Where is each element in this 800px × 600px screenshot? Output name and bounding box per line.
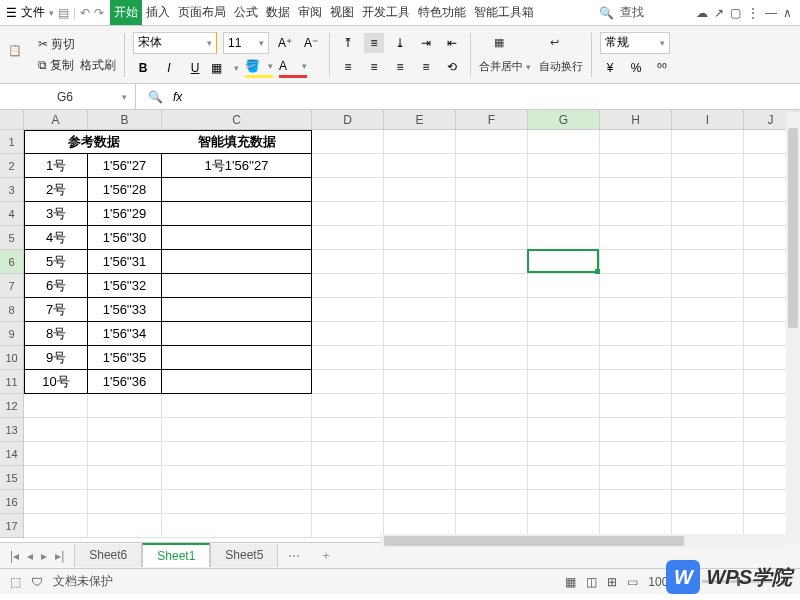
row-header-6[interactable]: 6 bbox=[0, 250, 24, 274]
border-button[interactable]: ▦▾ bbox=[211, 58, 239, 78]
cell-D16[interactable] bbox=[312, 490, 384, 514]
tab-公式[interactable]: 公式 bbox=[230, 0, 262, 25]
cell-G1[interactable] bbox=[528, 130, 600, 154]
cell-G9[interactable] bbox=[528, 322, 600, 346]
cell-G13[interactable] bbox=[528, 418, 600, 442]
cell-I13[interactable] bbox=[672, 418, 744, 442]
row-header-5[interactable]: 5 bbox=[0, 226, 24, 250]
add-sheet-button[interactable]: ＋ bbox=[310, 547, 342, 564]
cell-B7[interactable]: 1'56''32 bbox=[88, 274, 162, 298]
increase-indent-icon[interactable]: ⇥ bbox=[416, 33, 436, 53]
cell-A9[interactable]: 8号 bbox=[24, 322, 88, 346]
cell-D2[interactable] bbox=[312, 154, 384, 178]
cell-F2[interactable] bbox=[456, 154, 528, 178]
number-format-select[interactable]: 常规▾ bbox=[600, 32, 670, 54]
cell-H6[interactable] bbox=[600, 250, 672, 274]
cell-G12[interactable] bbox=[528, 394, 600, 418]
cell-H2[interactable] bbox=[600, 154, 672, 178]
cell-F4[interactable] bbox=[456, 202, 528, 226]
cell-E14[interactable] bbox=[384, 442, 456, 466]
zoom-slider[interactable] bbox=[702, 580, 772, 583]
cell-E16[interactable] bbox=[384, 490, 456, 514]
cell-G11[interactable] bbox=[528, 370, 600, 394]
cell-B12[interactable] bbox=[88, 394, 162, 418]
view2-icon[interactable]: ◫ bbox=[586, 575, 597, 589]
tab-页面布局[interactable]: 页面布局 bbox=[174, 0, 230, 25]
cell-E2[interactable] bbox=[384, 154, 456, 178]
cell-I1[interactable] bbox=[672, 130, 744, 154]
cell-C14[interactable] bbox=[162, 442, 312, 466]
decrease-font-icon[interactable]: A⁻ bbox=[301, 33, 321, 53]
col-header-D[interactable]: D bbox=[312, 110, 384, 129]
cell-C7[interactable] bbox=[162, 274, 312, 298]
cell-G14[interactable] bbox=[528, 442, 600, 466]
row-header-12[interactable]: 12 bbox=[0, 394, 24, 418]
cell-F3[interactable] bbox=[456, 178, 528, 202]
cell-A14[interactable] bbox=[24, 442, 88, 466]
horizontal-scrollbar[interactable] bbox=[380, 534, 786, 548]
cell-A17[interactable] bbox=[24, 514, 88, 538]
row-header-7[interactable]: 7 bbox=[0, 274, 24, 298]
sheet-tab-Sheet1[interactable]: Sheet1 bbox=[142, 543, 210, 567]
cell-G10[interactable] bbox=[528, 346, 600, 370]
row-header-15[interactable]: 15 bbox=[0, 466, 24, 490]
cell-A7[interactable]: 6号 bbox=[24, 274, 88, 298]
zoom-in-icon[interactable]: ＋ bbox=[778, 573, 790, 590]
cell-C5[interactable] bbox=[162, 226, 312, 250]
comma-icon[interactable]: ⁰⁰ bbox=[652, 58, 672, 78]
cell-A16[interactable] bbox=[24, 490, 88, 514]
zoom-level[interactable]: 100% bbox=[648, 575, 679, 589]
view4-icon[interactable]: ▭ bbox=[627, 575, 638, 589]
cell-B5[interactable]: 1'56''30 bbox=[88, 226, 162, 250]
cell-B15[interactable] bbox=[88, 466, 162, 490]
sheet-tab-Sheet5[interactable]: Sheet5 bbox=[210, 544, 278, 567]
cell-H11[interactable] bbox=[600, 370, 672, 394]
row-header-1[interactable]: 1 bbox=[0, 130, 24, 154]
tab-开始[interactable]: 开始 bbox=[110, 0, 142, 25]
file-menu-dd[interactable]: ▾ bbox=[49, 8, 54, 18]
cloud-icon[interactable]: ☁ bbox=[696, 6, 708, 20]
sheet-prev-icon[interactable]: ◂ bbox=[27, 549, 33, 563]
cell-E10[interactable] bbox=[384, 346, 456, 370]
cell-E1[interactable] bbox=[384, 130, 456, 154]
sheet-more-icon[interactable]: ⋯ bbox=[278, 549, 310, 563]
cell-D9[interactable] bbox=[312, 322, 384, 346]
cell-F5[interactable] bbox=[456, 226, 528, 250]
cell-D4[interactable] bbox=[312, 202, 384, 226]
currency-icon[interactable]: ¥ bbox=[600, 58, 620, 78]
cell-E15[interactable] bbox=[384, 466, 456, 490]
cell-I16[interactable] bbox=[672, 490, 744, 514]
cell-C10[interactable] bbox=[162, 346, 312, 370]
cell-F16[interactable] bbox=[456, 490, 528, 514]
view3-icon[interactable]: ⊞ bbox=[607, 575, 617, 589]
col-header-H[interactable]: H bbox=[600, 110, 672, 129]
cell-D15[interactable] bbox=[312, 466, 384, 490]
cell-E12[interactable] bbox=[384, 394, 456, 418]
cell-B10[interactable]: 1'56''35 bbox=[88, 346, 162, 370]
cell-C11[interactable] bbox=[162, 370, 312, 394]
row-header-16[interactable]: 16 bbox=[0, 490, 24, 514]
bold-button[interactable]: B bbox=[133, 58, 153, 78]
save-icon[interactable]: ▤ bbox=[58, 6, 69, 20]
cell-G3[interactable] bbox=[528, 178, 600, 202]
cell-D10[interactable] bbox=[312, 346, 384, 370]
cell-D5[interactable] bbox=[312, 226, 384, 250]
tab-插入[interactable]: 插入 bbox=[142, 0, 174, 25]
select-all-corner[interactable] bbox=[0, 110, 24, 130]
sheet-next-icon[interactable]: ▸ bbox=[41, 549, 47, 563]
cell-I6[interactable] bbox=[672, 250, 744, 274]
row-header-4[interactable]: 4 bbox=[0, 202, 24, 226]
share-icon[interactable]: ↗ bbox=[714, 6, 724, 20]
cell-E5[interactable] bbox=[384, 226, 456, 250]
cell-B3[interactable]: 1'56''28 bbox=[88, 178, 162, 202]
col-header-F[interactable]: F bbox=[456, 110, 528, 129]
vertical-scrollbar[interactable] bbox=[786, 112, 800, 544]
cell-A4[interactable]: 3号 bbox=[24, 202, 88, 226]
minimize-icon[interactable]: — bbox=[765, 6, 777, 20]
justify-icon[interactable]: ≡ bbox=[416, 57, 436, 77]
align-left-icon[interactable]: ≡ bbox=[338, 57, 358, 77]
cell-E3[interactable] bbox=[384, 178, 456, 202]
undo-icon[interactable]: ↶ bbox=[80, 6, 90, 20]
cell-F14[interactable] bbox=[456, 442, 528, 466]
cell-C4[interactable] bbox=[162, 202, 312, 226]
